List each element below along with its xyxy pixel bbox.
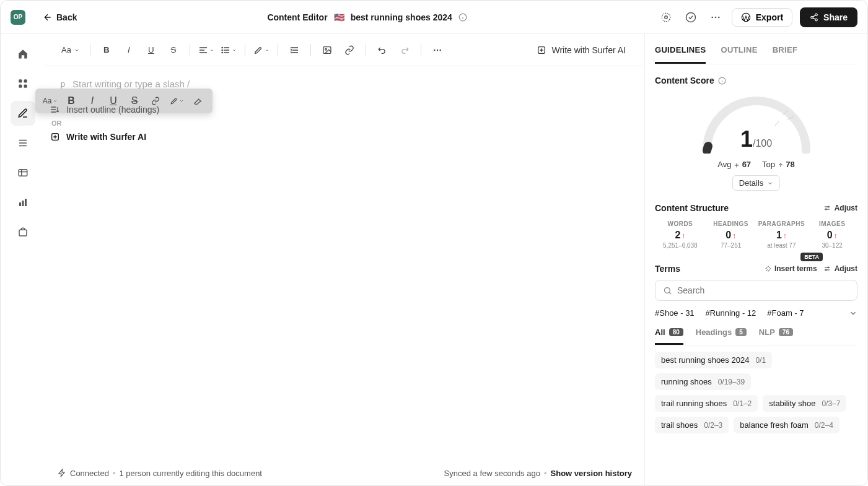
strike-button[interactable]: S [164,40,183,60]
highlight-dropdown[interactable] [252,40,271,60]
svg-rect-14 [24,85,27,88]
terms-adjust-button[interactable]: Adjust [823,264,857,273]
font-size-dropdown[interactable]: Aa [58,45,84,54]
tab-outline[interactable]: OUTLINE [721,45,757,64]
term-tab-nlp[interactable]: NLP76 [759,328,793,345]
score-gauge: 1/100 Avg 67 Top 78 Details [655,92,857,191]
hint-outline-label: Insert outline (headings) [66,105,159,115]
italic-button[interactable]: I [119,40,139,60]
editor-body[interactable]: p Aa B I U S Insert outline (hea [45,66,644,461]
doc-title[interactable]: best running shoes 2024 [351,12,452,22]
edit-icon [17,108,28,119]
nav-analytics[interactable] [11,190,35,215]
status-synced: Synced a few seconds ago [444,469,540,478]
svg-rect-13 [19,85,22,88]
term-pill[interactable]: trail running shoes0/1–2 [655,395,758,412]
more-tools-button[interactable] [427,40,447,60]
info-icon[interactable] [458,13,467,22]
nav-apps[interactable] [11,71,35,96]
insert-terms-button[interactable]: Insert terms [765,264,817,273]
term-list: best running shoes 20240/1 running shoes… [655,352,857,433]
settings-gear-icon[interactable] [657,9,675,26]
svg-point-4 [711,16,713,18]
redo-button[interactable] [395,40,414,60]
more-icon [432,45,442,55]
ft-clear[interactable] [189,92,206,110]
write-ai-hint[interactable]: Write with Surfer AI [50,128,159,145]
nav-table[interactable] [11,160,35,185]
svg-point-26 [437,49,438,50]
back-button[interactable]: Back [43,12,77,22]
hashtag-expand[interactable] [849,309,857,318]
nav-list[interactable] [11,131,35,155]
link-button[interactable] [340,40,359,60]
chevron-down-icon [767,180,773,186]
term-tabs: All80 Headings5 NLP76 [655,328,857,345]
editor-input[interactable] [72,79,320,89]
export-button[interactable]: Export [732,8,792,27]
structure-adjust-button[interactable]: Adjust [823,204,857,212]
home-icon [17,48,28,59]
details-button[interactable]: Details [732,175,781,191]
term-pill[interactable]: balance fresh foam0/2–4 [734,417,840,433]
hashtag-foam[interactable]: #Foam - 7 [767,308,804,318]
term-tab-headings[interactable]: Headings5 [696,328,747,345]
tab-guidelines[interactable]: GUIDELINES [655,45,706,64]
align-dropdown[interactable] [196,40,216,60]
tab-brief[interactable]: BRIEF [773,45,798,64]
list-dropdown[interactable] [219,40,239,60]
info-icon[interactable] [718,77,726,85]
ai-button-label: Write with Surfer AI [551,45,626,55]
right-panel: GUIDELINES OUTLINE BRIEF Content Score [644,34,867,485]
insert-outline-hint[interactable]: Insert outline (headings) [50,101,159,118]
section-label: Content Editor [267,12,327,22]
term-tab-all[interactable]: All80 [655,328,683,345]
check-icon[interactable] [682,9,699,26]
block-type-indicator: p [58,79,65,89]
svg-point-27 [439,49,441,50]
share-label: Share [823,12,848,22]
sparkle-icon [765,265,772,272]
term-pill[interactable]: trail shoes0/2–3 [655,417,729,433]
nav-shop[interactable] [11,220,35,245]
version-history-link[interactable]: Show version history [551,469,632,478]
svg-rect-12 [24,79,27,82]
terms-title: Terms [655,264,680,274]
indent-button[interactable] [284,40,304,60]
svg-point-2 [662,13,670,22]
structure-grid: WORDS2↑5,251–6,038 HEADINGS0↑77–251 PARA… [655,220,857,249]
term-pill[interactable]: running shoes0/19–39 [655,373,751,390]
bold-button[interactable]: B [97,40,116,60]
divider [245,44,245,56]
nav-home[interactable] [11,41,35,66]
ft-highlight[interactable] [168,92,185,110]
svg-point-20 [222,47,222,48]
write-with-ai-button[interactable]: Write with Surfer AI [530,41,632,59]
svg-rect-17 [22,201,24,206]
more-icon[interactable] [707,9,724,26]
statusbar: Connected • 1 person currently editing t… [45,461,644,485]
score-max: /100 [753,138,772,149]
sliders-icon [823,265,831,272]
svg-point-8 [815,14,818,16]
hashtag-shoe[interactable]: #Shoe - 31 [655,308,695,318]
wordpress-icon [741,12,751,22]
term-pill[interactable]: stability shoe0/3–7 [763,395,846,412]
nav-editor[interactable] [11,101,35,126]
struct-headings: HEADINGS0↑77–251 [706,220,756,249]
share-button[interactable]: Share [800,7,857,27]
term-pill[interactable]: best running shoes 20240/1 [655,352,772,368]
hashtag-running[interactable]: #Running - 12 [706,308,756,318]
structure-title: Content Structure [655,203,729,213]
underline-button[interactable]: U [141,40,161,60]
divider [366,44,366,56]
avatar[interactable]: OP [11,10,25,25]
link-icon [344,45,354,55]
terms-search[interactable] [655,280,857,301]
image-button[interactable] [317,40,337,60]
svg-rect-11 [19,79,22,82]
undo-button[interactable] [372,40,392,60]
highlight-icon [253,45,263,55]
status-editing: 1 person currently editing this document [119,469,262,478]
terms-search-input[interactable] [677,285,849,295]
